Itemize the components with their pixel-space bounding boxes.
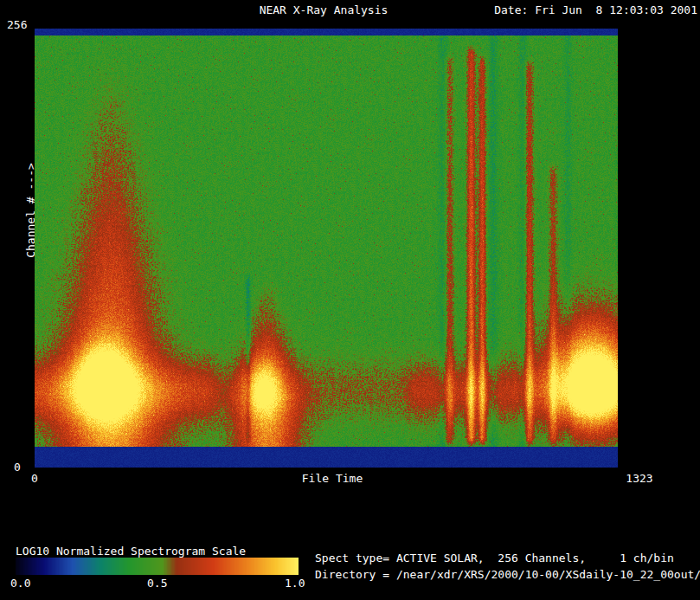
colorbar-title: LOG10 Normalized Spectrogram Scale (16, 545, 246, 558)
spectrogram-canvas (35, 29, 618, 468)
colorbar-gradient (16, 558, 299, 575)
x-axis-max-label: 1323 (626, 472, 652, 485)
near-xray-analysis-window: { "window": {"background": "#000000", "f… (0, 0, 700, 600)
directory-line: Directory = /near/xdr/XRS/2000/10-00/XSd… (315, 568, 700, 581)
spect-type-line: Spect type= ACTIVE SOLAR, 256 Channels, … (315, 552, 674, 565)
y-axis-min-label: 0 (14, 461, 21, 474)
y-axis-max-label: 256 (7, 18, 27, 31)
page-title: NEAR X-Ray Analysis (260, 3, 389, 16)
x-axis-title: File Time (302, 472, 363, 485)
colorbar-tick-mid: 0.5 (147, 577, 167, 590)
colorbar-tick-min: 0.0 (10, 577, 30, 590)
x-axis-min-label: 0 (31, 472, 38, 485)
date-label: Date: Fri Jun 8 12:03:03 2001 (494, 3, 697, 16)
colorbar-tick-max: 1.0 (285, 577, 305, 590)
